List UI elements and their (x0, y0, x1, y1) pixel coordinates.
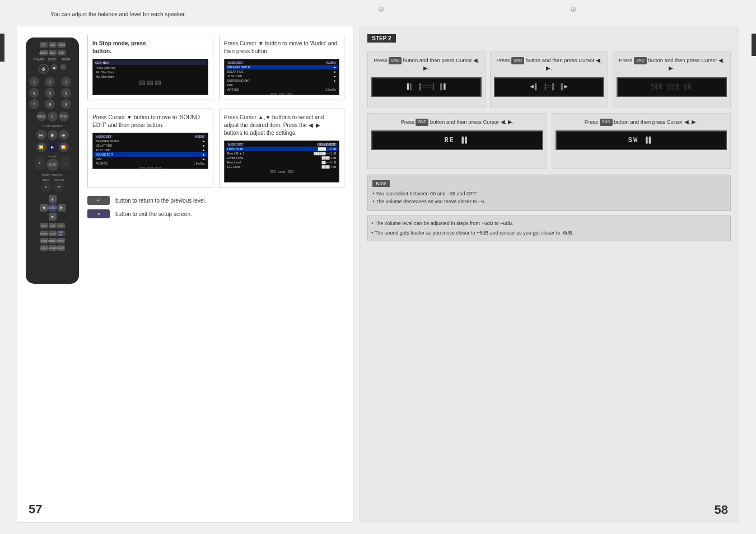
pip-btn[interactable]: PIP (57, 223, 65, 228)
right-btn[interactable]: ▶ (58, 204, 66, 212)
screen-1-header: CDX-HEX (94, 60, 207, 65)
rew-btn[interactable]: ⏮ (36, 130, 46, 140)
screen-4-icon1 (270, 170, 276, 173)
tuner-treble-label: TUNER/CH (52, 174, 63, 176)
return-button-icon[interactable]: ↩ (87, 196, 110, 205)
sync-btn[interactable]: SYNC (57, 238, 65, 243)
press-box-2: Press SND button and then press Cursor ◀… (490, 51, 608, 107)
elchro-btn[interactable]: ELCHRO (49, 245, 57, 251)
screen-3-row5: DRC▶ (94, 157, 207, 161)
vol-down[interactable]: + (35, 156, 45, 170)
btn-icon-3: SND (634, 57, 647, 64)
screen-3-icon2 (147, 167, 153, 169)
stop-label: STOP (43, 124, 50, 128)
play-btn[interactable]: ▶ (48, 142, 58, 152)
num-8[interactable]: 8 (45, 99, 55, 109)
left-btn[interactable]: ◀ (40, 204, 48, 212)
press-box-4-text: Press SND button and then press Cursor ◀… (400, 118, 514, 126)
press-box-3: Press SND button and then press Cursor ◀… (613, 51, 731, 107)
btn-icon-5: SND (600, 119, 613, 126)
enter-btn[interactable]: ENTER (48, 203, 57, 212)
power-btn[interactable]: ⏻ (39, 64, 49, 74)
num-9[interactable]: 9 (61, 99, 71, 109)
page-number-58: 58 (715, 503, 728, 517)
remote-body: TV DVD TUNER AV/REC AUX USB POWER EJECT … (26, 38, 79, 284)
music-btn[interactable]: MUSIC (40, 231, 48, 236)
step-1-box: In Stop mode, pressbutton. CDX-HEX Press… (87, 35, 213, 100)
volume-label: VOLUME (48, 155, 57, 158)
screen-2-row1: SPEAKER SETUP▶ (226, 65, 338, 69)
display-5: SW ▐▌ (556, 130, 727, 150)
step-3-text: Press Cursor ▼ button to move to 'SOUND … (92, 114, 208, 129)
step-2-box: Press Cursor ▼ button to move to 'Audio'… (219, 35, 345, 100)
right-page: STEP 2 Press SND button and then press C… (359, 26, 739, 523)
display-2: ◄║ ╠═╣ ║► (494, 77, 604, 97)
menu-btn[interactable]: ≡ (40, 181, 52, 193)
exit-btn-text: button to exit the setup screen. (115, 211, 192, 217)
press-box-5: Press SND button and then press Cursor ◀… (552, 113, 731, 169)
prev2-btn[interactable]: ⏪ (36, 142, 46, 152)
crosshair-top-right: ⊕ (570, 4, 577, 13)
exit-button-icon[interactable]: ≡ (87, 209, 110, 218)
s1-btn[interactable]: S.EFF (40, 245, 48, 251)
info-btn[interactable]: INFO (40, 223, 48, 228)
right-top-grid: Press SND button and then press Cursor ◀… (367, 51, 731, 107)
num-2[interactable]: 2 (45, 77, 55, 87)
right-section-label: STEP 2 (367, 34, 395, 43)
elect-btn[interactable]: ELECT (57, 245, 65, 251)
vol-up[interactable]: - (60, 156, 71, 170)
screen-4-row3: Center Level ████ 1 dB (226, 156, 338, 160)
usb-btn: USB (58, 50, 66, 55)
num-0[interactable]: 0 (48, 111, 58, 121)
note-box-2: • The volume level can be adjusted in st… (367, 216, 731, 241)
num-5[interactable]: 5 (45, 88, 55, 98)
up-btn[interactable]: ▲ (49, 195, 57, 203)
auto-btn[interactable]: AUTO (46, 158, 59, 171)
press-box-1: Press SND button and then press Cursor ◀… (367, 51, 486, 107)
screen-4-icon2 (288, 170, 293, 173)
snd-ed-btn[interactable]: SND ED (57, 231, 65, 236)
main-content: TV DVD TUNER AV/REC AUX USB POWER EJECT … (17, 26, 739, 523)
tuner-bass-label: +TUNER (41, 174, 50, 176)
next-btn[interactable]: ⏩ (59, 142, 69, 152)
eject-btn[interactable]: ⏏ (51, 64, 58, 71)
stop-btn[interactable]: ⏹ (48, 130, 58, 140)
return-row: ↩ button to return to the previous level… (87, 196, 344, 205)
screen-3-row3: 10 SY 1398▶ (94, 148, 207, 152)
num-7[interactable]: 7 (29, 99, 39, 109)
aux-btn: AUX (49, 50, 57, 55)
prev-btn[interactable]: PREV (59, 111, 69, 121)
crosshair-top: ⊕ (378, 4, 385, 13)
display-4: RE ▐▌ (371, 130, 543, 150)
num-3[interactable]: 3 (61, 77, 71, 87)
screen-1-icon2 (147, 81, 153, 85)
press-box-3-text: Press SND button and then press Cursor ◀… (617, 57, 727, 73)
fwd-btn[interactable]: ⏭ (59, 130, 69, 140)
note-box: Note • You can select between 00 and –06… (367, 175, 731, 211)
num-4[interactable]: 4 (29, 88, 39, 98)
slide-btn[interactable]: SLIDE (40, 238, 48, 243)
right-section-label-area: STEP 2 (367, 34, 731, 47)
note-text-1: • You can select between 00 and –06 and … (372, 190, 726, 206)
num-1[interactable]: 1 (29, 77, 39, 87)
down-btn[interactable]: ▼ (49, 213, 57, 221)
screen-1-row2: Miu Shin Store (94, 70, 207, 74)
num-6[interactable]: 6 (61, 88, 71, 98)
screen-2-row4: SURROUND OHP▶ (226, 78, 338, 83)
remote-control: TV DVD TUNER AV/REC AUX USB POWER EJECT … (26, 38, 82, 289)
dmbc-btn[interactable]: DMBCH (49, 238, 57, 243)
home-btn[interactable]: HOME (36, 111, 46, 121)
step-1-text: In Stop mode, pressbutton. (92, 40, 208, 55)
return-btn[interactable]: ↩ (54, 181, 65, 193)
color-btn[interactable]: COLOR (49, 231, 57, 236)
display-1: ▐║ ╠══╣ ║▌ (371, 77, 482, 97)
return-btn-text: button to return to the previous level. (115, 198, 206, 204)
live-btn[interactable]: LIVE (49, 223, 57, 228)
screen-4-setup: Setup (278, 170, 285, 174)
timer-btn[interactable]: ⏱ (60, 64, 67, 71)
step-2-screen-header: AUDIO SET AUDIO (226, 60, 338, 65)
repeat-label: REPEAT (51, 124, 62, 128)
note2-item-2: The sound gets louder as you move closer… (375, 230, 573, 236)
left-accent-bar (0, 34, 4, 62)
screen-2-row6: AV SYNC1 EmSer (226, 87, 338, 92)
